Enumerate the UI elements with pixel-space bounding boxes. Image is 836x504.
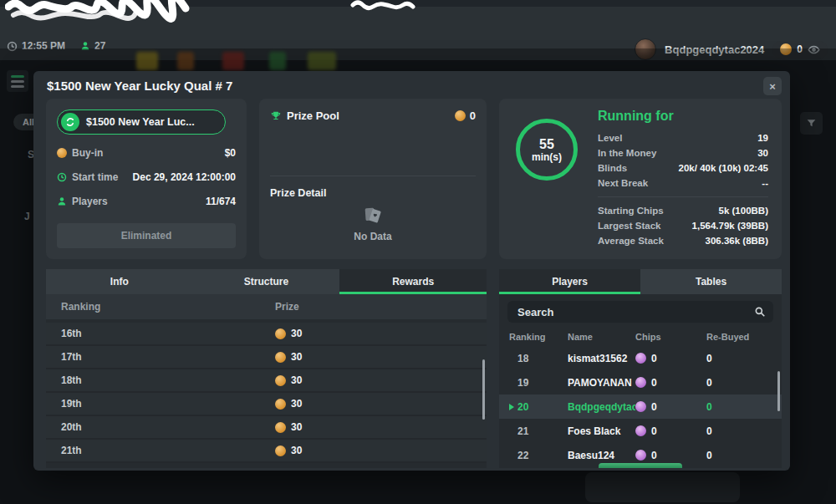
purple-chip-icon — [635, 353, 646, 364]
rank-cell: 20th — [46, 421, 275, 433]
rank-cell: 18 — [517, 353, 528, 364]
player-row[interactable]: 19 PAMOYANAN 0 0 — [499, 370, 782, 395]
coin-icon — [275, 352, 286, 363]
prize-cell: 30 — [291, 351, 302, 363]
prize-cell: 30 — [291, 328, 302, 339]
rebuyed-cell: 0 — [706, 353, 772, 364]
scrollbar-thumb[interactable] — [777, 371, 780, 411]
person-icon — [57, 196, 67, 206]
stat-value: 306.36k (8BB) — [706, 236, 768, 246]
scrollbar-thumb[interactable] — [482, 359, 485, 420]
rewards-row[interactable]: 17th 30 — [46, 346, 487, 369]
modal-title: $1500 New Year Lucky Qual # 7 — [47, 79, 232, 93]
running-status-card: 55 min(s) Running for Level 19 In the Mo… — [499, 99, 782, 259]
rank-cell: 20 — [517, 401, 528, 413]
rebuyed-header: Re-Buyed — [706, 332, 772, 342]
tab[interactable]: Rewards — [339, 269, 487, 294]
tab[interactable]: Info — [46, 269, 193, 294]
prize-detail-label: Prize Detail — [270, 187, 326, 199]
stat-value: 1,564.79k (39BB) — [692, 221, 768, 231]
no-data-text: No Data — [354, 231, 391, 242]
stat-label: In the Money — [598, 148, 656, 158]
ranking-header: Ranking — [46, 301, 275, 313]
duration-value: 55 — [539, 137, 554, 151]
players-label: Players — [72, 196, 108, 207]
players-value: 11/674 — [206, 196, 236, 207]
rank-cell: 21th — [46, 445, 275, 456]
rank-cell: 19 — [517, 377, 528, 389]
rewards-row[interactable]: 18th 30 — [46, 369, 487, 393]
coin-icon — [275, 328, 286, 339]
rewards-row[interactable]: 16th 30 — [46, 323, 487, 346]
running-for-title: Running for — [598, 109, 768, 124]
rebuyed-cell: 0 — [706, 377, 772, 389]
rank-cell: 17th — [46, 351, 275, 363]
players-rows: 18 kismat31562 0 0 19 — [499, 346, 782, 468]
rewards-row[interactable]: 19th 30 — [46, 393, 487, 416]
player-row[interactable]: 20 Bqdpgeqdytac: 0 0 — [499, 395, 782, 419]
rebuyed-cell: 0 — [706, 401, 772, 413]
stat-value: 30 — [757, 148, 768, 158]
stat-row: Next Break -- — [598, 176, 768, 191]
search-input[interactable] — [507, 301, 773, 323]
stat-row: Blinds 20k/ 40k (10k) 02:45 — [598, 160, 768, 176]
magnifier-icon[interactable] — [754, 306, 766, 318]
close-icon[interactable]: × — [763, 77, 782, 95]
prize-pool-amount: 0 — [455, 109, 476, 122]
buyin-label: Buy-in — [72, 147, 103, 159]
stat-label: Next Break — [598, 178, 648, 188]
tournament-info-card: $1500 New Year Luc... Buy-in $0 Start ti… — [46, 99, 247, 259]
coin-icon — [275, 422, 286, 433]
start-time-value: Dec 29, 2024 12:00:00 — [133, 171, 236, 183]
rewards-table-header: Ranking Prize — [46, 294, 487, 319]
tab[interactable]: Structure — [193, 269, 340, 294]
purple-chip-icon — [635, 401, 646, 412]
prize-pool-label: Prize Pool — [287, 109, 339, 122]
stat-value: 19 — [757, 133, 768, 143]
circular-arrows-icon — [61, 113, 79, 131]
clipped-green-button[interactable] — [599, 463, 682, 468]
rewards-panel: Info Structure Rewards Ranking Prize 16t… — [46, 269, 487, 468]
stat-row: Largest Stack 1,564.79k (39BB) — [598, 218, 768, 233]
rebuyed-cell: 0 — [706, 425, 772, 437]
stat-label: Level — [598, 133, 622, 143]
prize-cell: 30 — [291, 421, 302, 433]
coin-icon — [275, 445, 286, 456]
right-tabbar: Players Tables — [499, 269, 782, 294]
coin-icon — [275, 375, 286, 386]
prize-pool-card: Prize Pool 0 Prize Detail No Data — [259, 99, 487, 259]
running-stats: Level 19 In the Money 30 Blinds 20k/ 40k… — [598, 130, 768, 191]
ranking-header: Ranking — [509, 332, 568, 342]
player-row[interactable]: 18 kismat31562 0 0 — [499, 346, 782, 370]
buyin-row: Buy-in $0 — [57, 147, 236, 159]
tab[interactable]: Players — [499, 269, 640, 294]
rank-cell: 19th — [46, 398, 275, 410]
stat-label: Blinds — [598, 163, 627, 173]
rewards-row[interactable]: 21th 30 — [46, 440, 487, 463]
start-time-row: Start time Dec 29, 2024 12:00:00 — [57, 171, 236, 183]
prize-header: Prize — [275, 301, 299, 313]
duration-unit: min(s) — [532, 151, 562, 163]
player-row[interactable]: 21 Foes Black 0 0 — [499, 419, 782, 443]
name-cell: Baesu124 — [568, 450, 635, 461]
rewards-row[interactable]: 20th 30 — [46, 416, 487, 440]
tab[interactable]: Tables — [640, 269, 782, 294]
name-header: Name — [568, 332, 635, 342]
clock-icon — [57, 172, 67, 182]
purple-chip-icon — [635, 425, 646, 436]
left-tabbar: Info Structure Rewards — [46, 269, 487, 294]
chips-header: Chips — [635, 332, 706, 342]
players-table-header: Ranking Name Chips Re-Buyed — [499, 328, 782, 346]
buyin-value: $0 — [225, 147, 236, 159]
purple-chip-icon — [635, 450, 646, 461]
name-cell: Foes Black — [568, 425, 635, 437]
rank-cell: 18th — [46, 374, 275, 386]
stat-label: Starting Chips — [598, 206, 664, 216]
stat-row: Average Stack 306.36k (8BB) — [598, 233, 768, 248]
player-search — [507, 301, 773, 323]
tournament-name-pill[interactable]: $1500 New Year Luc... — [57, 109, 226, 135]
coin-icon — [57, 148, 67, 158]
name-cell: PAMOYANAN — [568, 377, 635, 389]
eliminated-button[interactable]: Eliminated — [57, 223, 236, 248]
stat-value: -- — [762, 178, 768, 188]
